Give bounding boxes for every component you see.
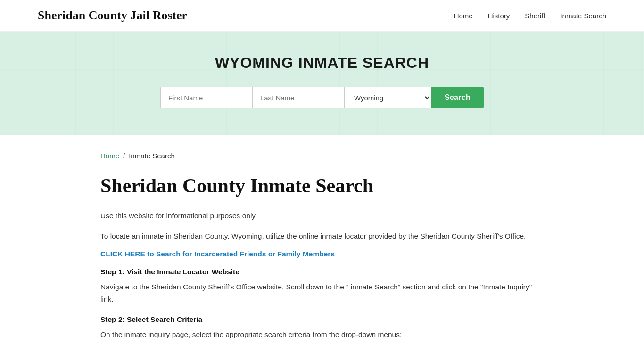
search-button[interactable]: Search: [431, 87, 484, 108]
breadcrumb-separator: /: [123, 152, 125, 160]
step1-text: Navigate to the Sheridan County Sheriff'…: [100, 281, 544, 306]
intro-para-2: To locate an inmate in Sheridan County, …: [100, 230, 544, 242]
site-title: Sheridan County Jail Roster: [38, 8, 187, 23]
step2-text: On the inmate inquiry page, select the a…: [100, 329, 544, 341]
breadcrumb-home-link[interactable]: Home: [100, 152, 119, 160]
nav-sheriff[interactable]: Sheriff: [525, 12, 545, 20]
hero-title: WYOMING INMATE SEARCH: [9, 54, 635, 72]
hero-section: WYOMING INMATE SEARCH Wyoming Alabama Al…: [0, 32, 644, 135]
step2-heading: Step 2: Select Search Criteria: [100, 315, 544, 324]
nav-history[interactable]: History: [488, 12, 510, 20]
page-heading: Sheridan County Inmate Search: [100, 175, 544, 197]
state-select[interactable]: Wyoming Alabama Alaska Arizona Arkansas …: [344, 87, 431, 108]
step1-heading: Step 1: Visit the Inmate Locator Website: [100, 268, 544, 276]
first-name-input[interactable]: [160, 87, 252, 108]
breadcrumb-current: Inmate Search: [129, 152, 175, 160]
main-content: Home / Inmate Search Sheridan County Inm…: [63, 135, 581, 362]
site-header: Sheridan County Jail Roster Home History…: [0, 0, 644, 32]
intro-para-1: Use this website for informational purpo…: [100, 210, 544, 222]
main-nav: Home History Sheriff Inmate Search: [454, 12, 606, 20]
cta-link[interactable]: CLICK HERE to Search for Incarcerated Fr…: [100, 250, 335, 258]
search-form: Wyoming Alabama Alaska Arizona Arkansas …: [138, 87, 506, 108]
nav-home[interactable]: Home: [454, 12, 473, 20]
breadcrumb: Home / Inmate Search: [100, 152, 544, 160]
nav-inmate-search[interactable]: Inmate Search: [560, 12, 606, 20]
last-name-input[interactable]: [252, 87, 344, 108]
